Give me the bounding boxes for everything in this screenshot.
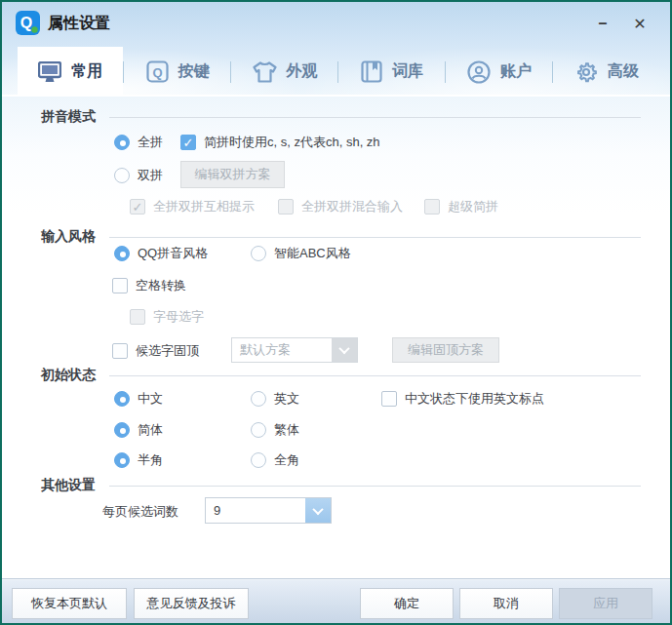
qq-pinyin-logo-icon: Q xyxy=(16,11,40,35)
quanpin-label[interactable]: 全拼 xyxy=(138,134,163,151)
simplified-label[interactable]: 简体 xyxy=(138,421,163,439)
qq-style-label[interactable]: QQ拼音风格 xyxy=(138,245,208,262)
half-width-label[interactable]: 半角 xyxy=(138,451,163,469)
footer-bar: 恢复本页默认 意见反馈及投诉 确定 取消 应用 xyxy=(2,579,670,623)
apply-button: 应用 xyxy=(559,588,652,619)
feedback-button[interactable]: 意见反馈及投诉 xyxy=(134,588,249,619)
restore-defaults-button[interactable]: 恢复本页默认 xyxy=(12,588,127,619)
shuangpin-radio[interactable] xyxy=(114,168,130,183)
tab-separator xyxy=(123,61,124,83)
tab-label: 常用 xyxy=(71,61,102,82)
edit-fixed-top-button[interactable]: 编辑固顶方案 xyxy=(392,337,499,363)
candidates-per-page-label: 每页候选词数 xyxy=(102,503,178,521)
key-icon: Q xyxy=(146,60,169,83)
tab-separator xyxy=(445,61,446,83)
mixed-input-label: 全拼双拼混合输入 xyxy=(301,198,403,215)
section-divider xyxy=(109,237,641,238)
general-settings-panel: 拼音模式 全拼 简拼时使用c, s, z代表ch, sh, zh 双拼 编辑双拼… xyxy=(2,97,670,579)
jianpin-czs-label[interactable]: 简拼时使用c, s, z代表ch, sh, zh xyxy=(204,134,380,151)
space-convert-checkbox[interactable] xyxy=(112,278,128,293)
fixed-top-label[interactable]: 候选字固顶 xyxy=(136,342,199,360)
dictionary-icon xyxy=(361,60,382,83)
mutual-hint-checkbox xyxy=(130,199,145,215)
section-title-initial-state: 初始状态 xyxy=(41,367,96,384)
tab-label: 外观 xyxy=(287,61,318,82)
super-jianpin-checkbox xyxy=(424,199,440,215)
section-title-pinyin-mode: 拼音模式 xyxy=(41,108,96,126)
properties-dialog: Q 属性设置 – ✕ 常用 Q 按键 xyxy=(0,0,672,625)
section-divider xyxy=(109,117,641,118)
space-convert-label[interactable]: 空格转换 xyxy=(136,277,186,294)
tab-separator xyxy=(337,61,338,83)
abc-style-label[interactable]: 智能ABC风格 xyxy=(274,245,351,262)
tab-general[interactable]: 常用 xyxy=(18,47,123,97)
candidates-per-page-value: 9 xyxy=(206,498,305,523)
abc-style-radio[interactable] xyxy=(251,246,266,261)
monitor-icon xyxy=(38,61,61,83)
mixed-input-checkbox xyxy=(278,199,294,215)
full-width-label[interactable]: 全角 xyxy=(274,451,299,469)
section-title-other-settings: 其他设置 xyxy=(41,477,96,494)
tab-account[interactable]: 账户 xyxy=(447,47,552,97)
logo-letter: Q xyxy=(20,15,32,31)
traditional-radio[interactable] xyxy=(251,422,266,438)
title-bar: Q 属性设置 – ✕ xyxy=(2,2,670,44)
jianpin-czs-checkbox[interactable] xyxy=(180,135,196,150)
section-divider xyxy=(109,486,641,487)
full-width-radio[interactable] xyxy=(251,452,266,468)
qq-style-radio[interactable] xyxy=(114,246,130,261)
svg-text:Q: Q xyxy=(152,65,162,80)
half-width-radio[interactable] xyxy=(114,452,130,468)
quanpin-radio[interactable] xyxy=(114,135,130,150)
letter-select-label: 字母选字 xyxy=(153,308,204,326)
english-punct-label[interactable]: 中文状态下使用英文标点 xyxy=(405,390,544,408)
tshirt-icon xyxy=(253,61,277,83)
letter-select-checkbox xyxy=(130,309,145,325)
shuangpin-label[interactable]: 双拼 xyxy=(138,167,163,184)
tab-advanced[interactable]: 高级 xyxy=(554,47,659,97)
tab-dictionary[interactable]: 词库 xyxy=(339,47,445,97)
ok-button[interactable]: 确定 xyxy=(360,588,454,619)
cancel-button[interactable]: 取消 xyxy=(459,588,553,619)
tab-bar: 常用 Q 按键 外观 词库 xyxy=(2,44,670,97)
simplified-radio[interactable] xyxy=(114,422,130,438)
tab-separator xyxy=(230,61,231,83)
super-jianpin-label: 超级简拼 xyxy=(448,198,498,215)
tab-separator xyxy=(552,61,553,83)
close-button[interactable]: ✕ xyxy=(625,10,654,37)
dropdown-chevron-icon xyxy=(332,338,357,362)
fixed-top-scheme-dropdown: 默认方案 xyxy=(231,337,358,363)
fixed-top-checkbox[interactable] xyxy=(112,343,128,359)
account-icon xyxy=(467,60,491,84)
tab-appearance[interactable]: 外观 xyxy=(232,47,337,97)
mutual-hint-label: 全拼双拼互相提示 xyxy=(153,198,255,215)
tab-label: 高级 xyxy=(608,61,639,82)
english-radio[interactable] xyxy=(251,391,266,407)
dialog-title: 属性设置 xyxy=(48,14,110,34)
tab-keys[interactable]: Q 按键 xyxy=(125,47,230,97)
english-label[interactable]: 英文 xyxy=(274,390,299,408)
chinese-label[interactable]: 中文 xyxy=(138,390,163,408)
minimize-button[interactable]: – xyxy=(588,10,617,37)
section-title-input-style: 输入风格 xyxy=(41,228,96,246)
section-divider xyxy=(109,375,641,376)
tab-label: 按键 xyxy=(178,61,210,82)
dropdown-chevron-icon[interactable] xyxy=(305,498,331,523)
edit-shuangpin-button[interactable]: 编辑双拼方案 xyxy=(180,161,285,188)
tab-label: 词库 xyxy=(392,61,423,82)
traditional-label[interactable]: 繁体 xyxy=(274,421,299,439)
fixed-top-scheme-value: 默认方案 xyxy=(232,338,332,362)
candidates-per-page-dropdown[interactable]: 9 xyxy=(205,497,332,524)
english-punct-checkbox[interactable] xyxy=(381,391,397,407)
tab-label: 账户 xyxy=(500,61,532,82)
gear-icon xyxy=(574,60,598,84)
chinese-radio[interactable] xyxy=(114,391,130,407)
